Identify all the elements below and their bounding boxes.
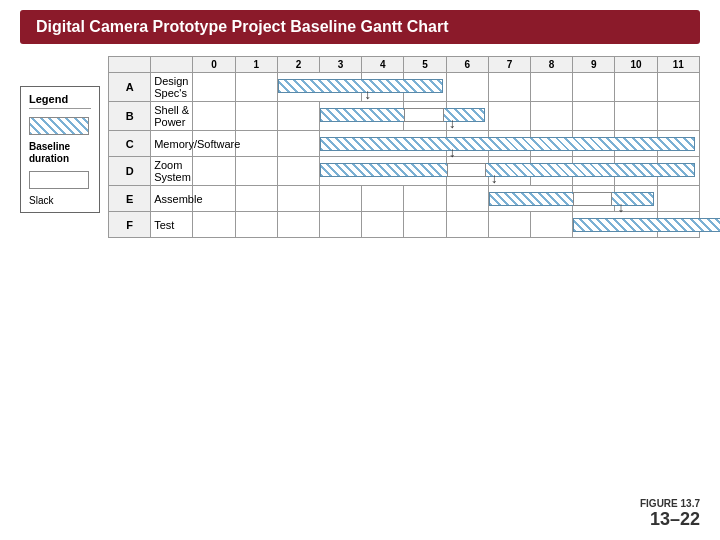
bar-cell-b-3 — [320, 102, 404, 131]
table-row: D Zoom System ↓ — [109, 157, 700, 186]
chart-area: Legend Baselineduration Slack 0 1 2 3 4 — [20, 56, 700, 490]
bar-cell-a-6 — [446, 73, 488, 102]
time-col-8: 8 — [531, 57, 573, 73]
time-col-5: 5 — [404, 57, 446, 73]
legend-slack-label: Slack — [29, 195, 91, 206]
bar-cell-a-0 — [193, 73, 235, 102]
bar-cell-b-5 — [404, 102, 446, 131]
col-name-header — [151, 57, 193, 73]
page-container: Digital Camera Prototype Project Baselin… — [0, 0, 720, 540]
bar-cell-e-0 — [193, 186, 235, 212]
row-name-f: Test — [151, 212, 193, 238]
bar-cell-b-8 — [531, 102, 573, 131]
row-id-e: E — [109, 186, 151, 212]
bar-cell-e-9 — [573, 186, 615, 212]
bar-cell-b-11 — [657, 102, 699, 131]
figure-label: FIGURE 13.7 — [640, 498, 700, 509]
bar-cell-c-7 — [488, 131, 530, 157]
bar-cell-c-2 — [277, 131, 319, 157]
bar-cell-a-8 — [531, 73, 573, 102]
slack-d — [447, 163, 486, 177]
time-col-2: 2 — [277, 57, 319, 73]
bar-cell-b-6: ↓ — [446, 102, 488, 131]
header-row: 0 1 2 3 4 5 6 7 8 9 10 11 — [109, 57, 700, 73]
slack-e — [573, 192, 612, 206]
footer: FIGURE 13.7 13–22 — [20, 490, 700, 530]
table-row: C Memory/Software ↓ — [109, 131, 700, 157]
bar-cell-b-2 — [277, 102, 319, 131]
bar-cell-f-8 — [531, 212, 573, 238]
bar-cell-a-11 — [657, 73, 699, 102]
bar-cell-a-5 — [404, 73, 446, 102]
bar-cell-c-0 — [193, 131, 235, 157]
bar-cell-c-8 — [531, 131, 573, 157]
bar-cell-b-1 — [235, 102, 277, 131]
bar-cell-e-2 — [277, 186, 319, 212]
bar-cell-b-7 — [488, 102, 530, 131]
bar-cell-f-4 — [362, 212, 404, 238]
bar-cell-d-8 — [531, 157, 573, 186]
time-col-3: 3 — [320, 57, 362, 73]
table-row: B Shell & Power ↓ — [109, 102, 700, 131]
legend-hatched-swatch — [29, 117, 89, 135]
gantt-grid: 0 1 2 3 4 5 6 7 8 9 10 11 — [108, 56, 700, 238]
bar-cell-a-1 — [235, 73, 277, 102]
row-id-d: D — [109, 157, 151, 186]
bar-cell-d-11 — [657, 157, 699, 186]
bar-cell-f-2 — [277, 212, 319, 238]
row-id-f: F — [109, 212, 151, 238]
time-col-4: 4 — [362, 57, 404, 73]
bar-cell-b-10 — [615, 102, 657, 131]
legend-box: Legend Baselineduration Slack — [20, 86, 100, 213]
bar-cell-c-9 — [573, 131, 615, 157]
bar-cell-d-3 — [320, 157, 447, 186]
table-row: A Design Spec's ↓ — [109, 73, 700, 102]
bar-cell-d-9 — [573, 157, 615, 186]
bar-cell-f-3 — [320, 212, 362, 238]
bar-cell-e-5 — [404, 186, 446, 212]
bar-cell-e-7 — [488, 186, 572, 212]
legend-title: Legend — [29, 93, 91, 109]
time-col-6: 6 — [446, 57, 488, 73]
table-row: F Test — [109, 212, 700, 238]
row-id-c: C — [109, 131, 151, 157]
bar-cell-f-11 — [657, 212, 699, 238]
time-col-10: 10 — [615, 57, 657, 73]
bar-cell-e-10: ↓ — [615, 186, 657, 212]
bar-cell-e-1 — [235, 186, 277, 212]
col-id-header — [109, 57, 151, 73]
time-col-1: 1 — [235, 57, 277, 73]
bar-cell-d-6 — [446, 157, 488, 186]
bar-cell-c-3 — [320, 131, 447, 157]
bar-cell-c-11 — [657, 131, 699, 157]
bar-cell-f-7 — [488, 212, 530, 238]
arrow-d: ↓ — [491, 171, 498, 185]
bar-cell-c-1 — [235, 131, 277, 157]
bar-cell-d-0 — [193, 157, 235, 186]
bar-cell-a-4: ↓ — [362, 73, 404, 102]
bar-cell-b-9 — [573, 102, 615, 131]
row-name-a: Design Spec's — [151, 73, 193, 102]
time-col-0: 0 — [193, 57, 235, 73]
gantt-table: 0 1 2 3 4 5 6 7 8 9 10 11 — [108, 56, 700, 490]
bar-cell-a-2 — [277, 73, 361, 102]
bar-cell-e-4 — [362, 186, 404, 212]
table-row: E Assemble — [109, 186, 700, 212]
bar-cell-f-6 — [446, 212, 488, 238]
bar-cell-b-0 — [193, 102, 235, 131]
bar-cell-e-6 — [446, 186, 488, 212]
slack-b — [404, 108, 443, 122]
bar-cell-d-7: ↓ — [488, 157, 530, 186]
bar-cell-e-3 — [320, 186, 362, 212]
row-name-c: Memory/Software — [151, 131, 193, 157]
bar-cell-c-10 — [615, 131, 657, 157]
bar-cell-f-1 — [235, 212, 277, 238]
row-name-e: Assemble — [151, 186, 193, 212]
row-name-b: Shell & Power — [151, 102, 193, 131]
row-id-b: B — [109, 102, 151, 131]
bar-cell-f-5 — [404, 212, 446, 238]
bar-cell-e-11 — [657, 186, 699, 212]
bar-cell-d-10 — [615, 157, 657, 186]
bar-cell-d-1 — [235, 157, 277, 186]
row-id-a: A — [109, 73, 151, 102]
